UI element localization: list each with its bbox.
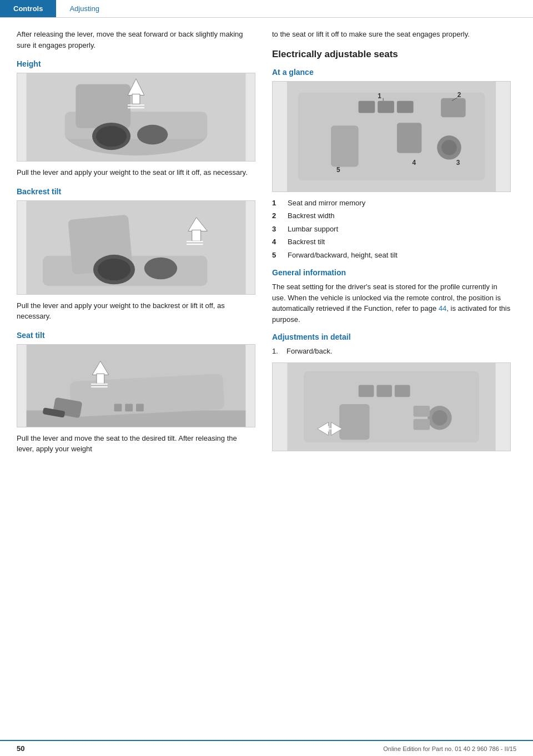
svg-text:2: 2: [457, 90, 461, 98]
height-svg: [17, 73, 255, 161]
svg-text:4: 4: [413, 159, 416, 167]
svg-rect-36: [378, 100, 394, 113]
item-number: 3: [272, 224, 281, 235]
svg-rect-39: [331, 125, 359, 167]
svg-rect-51: [304, 371, 479, 442]
item-text: Forward/back.: [286, 346, 332, 357]
backrest-image: [17, 200, 255, 295]
adjustments-heading: Adjustments in detail: [272, 332, 511, 341]
adjusting-tab-label: Adjusting: [69, 4, 99, 13]
svg-point-16: [144, 257, 177, 279]
svg-rect-8: [132, 94, 140, 104]
main-heading: Electrically adjustable seats: [272, 49, 511, 60]
svg-rect-3: [76, 84, 130, 128]
list-item: 4 Backrest tilt: [272, 236, 511, 248]
svg-rect-18: [192, 230, 201, 241]
svg-point-6: [137, 125, 168, 145]
controls-tab-label: Controls: [13, 4, 43, 13]
svg-rect-53: [376, 385, 392, 397]
svg-rect-37: [397, 100, 414, 113]
height-caption: Pull the lever and apply your weight to …: [17, 167, 255, 178]
seat-tilt-heading: Seat tilt: [17, 331, 255, 340]
item-number: 4: [272, 236, 281, 248]
list-item: 5 Forward/backward, height, seat tilt: [272, 250, 511, 261]
seat-tilt-svg: [17, 345, 255, 427]
svg-point-42: [441, 139, 457, 155]
page-link[interactable]: 44: [439, 304, 446, 313]
at-a-glance-heading: At a glance: [272, 68, 511, 77]
tab-adjusting[interactable]: Adjusting: [56, 0, 112, 17]
general-info-heading: General information: [272, 268, 511, 277]
at-a-glance-image: 1 2 3 4 5: [272, 81, 511, 192]
intro-paragraph: After releasing the lever, move the seat…: [17, 29, 255, 51]
list-item: 1 Seat and mirror memory: [272, 198, 511, 209]
svg-rect-30: [97, 374, 104, 384]
item-text: Seat and mirror memory: [288, 198, 365, 209]
list-item: 2 Backrest width: [272, 210, 511, 221]
item-text: Backrest width: [288, 210, 335, 221]
item-text: Backrest tilt: [288, 236, 325, 248]
svg-text:1: 1: [378, 92, 381, 99]
item-number: 2: [272, 210, 281, 221]
at-a-glance-list: 1 Seat and mirror memory 2 Backrest widt…: [272, 198, 511, 261]
seat-tilt-caption: Pull the lever and move the seat to the …: [17, 433, 255, 455]
svg-rect-35: [359, 100, 375, 113]
backrest-tilt-heading: Backrest tilt: [17, 187, 255, 196]
height-heading: Height: [17, 59, 255, 68]
backrest-svg: [17, 201, 255, 294]
list-item: 3 Lumbar support: [272, 224, 511, 235]
header-tabs: Controls Adjusting: [0, 0, 533, 18]
height-image: [17, 73, 255, 162]
item-text: Forward/backward, height, seat tilt: [288, 250, 398, 261]
svg-point-57: [432, 410, 447, 425]
svg-rect-27: [125, 404, 133, 411]
svg-rect-26: [114, 404, 122, 411]
adjustments-svg: [273, 363, 510, 451]
seat-tilt-image: [17, 344, 255, 427]
svg-rect-55: [339, 404, 369, 440]
item-text: Lumbar support: [288, 224, 338, 235]
svg-rect-28: [136, 404, 144, 411]
right-column: to the seat or lift it off to make sure …: [272, 29, 511, 460]
main-content: After releasing the lever, move the seat…: [0, 18, 533, 471]
adjustments-list: Forward/back.: [272, 346, 511, 357]
svg-rect-38: [441, 98, 466, 117]
svg-point-5: [96, 126, 127, 147]
adjustments-image: [272, 362, 511, 451]
list-item: Forward/back.: [272, 346, 511, 357]
page-number: 50: [17, 744, 24, 753]
svg-rect-40: [397, 123, 422, 153]
svg-rect-59: [414, 419, 430, 430]
svg-rect-52: [359, 385, 374, 397]
general-info-text: The seat setting for the driver's seat i…: [272, 281, 511, 325]
svg-rect-58: [414, 406, 430, 417]
svg-text:5: 5: [336, 166, 340, 174]
edition-text: Online Edition for Part no. 01 40 2 960 …: [383, 745, 516, 752]
item-number: 1: [272, 198, 281, 209]
right-intro-paragraph: to the seat or lift it off to make sure …: [272, 29, 511, 40]
at-a-glance-svg: 1 2 3 4 5: [273, 82, 510, 191]
tab-controls[interactable]: Controls: [0, 0, 56, 17]
left-column: After releasing the lever, move the seat…: [17, 29, 255, 460]
item-number: 5: [272, 250, 281, 261]
svg-rect-54: [395, 385, 410, 397]
svg-text:3: 3: [456, 159, 460, 167]
backrest-caption: Pull the lever and apply your weight to …: [17, 300, 255, 322]
svg-point-15: [98, 258, 130, 280]
footer: 50 Online Edition for Part no. 01 40 2 9…: [0, 740, 533, 756]
